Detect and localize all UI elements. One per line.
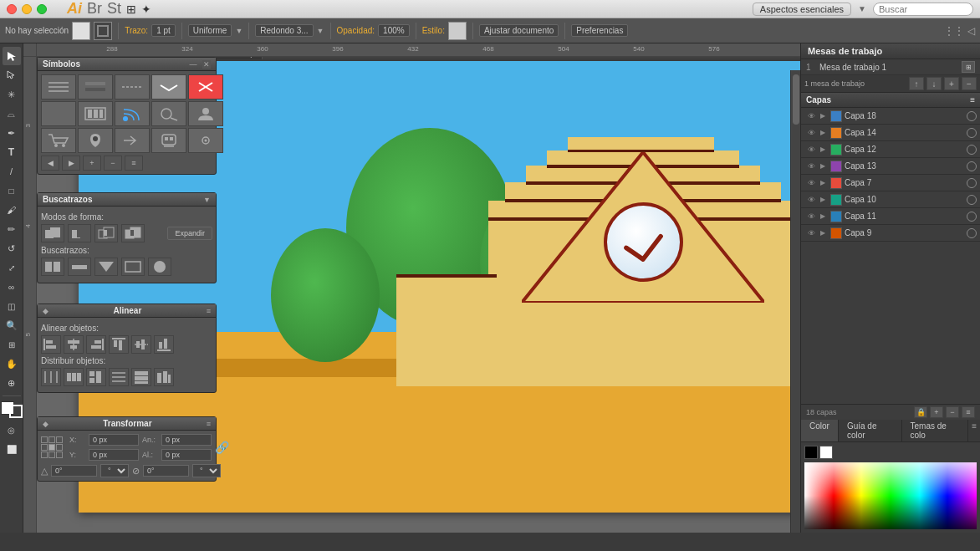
anchor-mc[interactable]: [48, 444, 55, 451]
busca-5-btn[interactable]: [148, 258, 171, 276]
shear-input[interactable]: [143, 465, 189, 477]
capas-options-icon[interactable]: ≡: [970, 95, 975, 105]
anchor-bc[interactable]: [48, 452, 55, 458]
symbol-lines[interactable]: [41, 74, 76, 99]
select-tool[interactable]: [3, 47, 21, 65]
transformar-menu-btn[interactable]: ≡: [207, 420, 211, 428]
capa-18-eye[interactable]: 👁: [804, 112, 818, 120]
dist-5-btn[interactable]: [131, 368, 151, 386]
symbol-train[interactable]: [151, 128, 186, 153]
dist-6-btn[interactable]: [154, 368, 174, 386]
align-left-btn[interactable]: [41, 335, 61, 354]
symbol-dotted[interactable]: [115, 74, 150, 99]
modo-intersect-btn[interactable]: [94, 224, 118, 242]
anchor-br[interactable]: [56, 452, 63, 458]
alinear-header[interactable]: ◆ Alinear ≡: [38, 304, 216, 318]
symbol-search[interactable]: [151, 101, 186, 126]
symbol-user[interactable]: [188, 101, 223, 126]
capa-row-10[interactable]: 👁 ▶ Capa 10: [801, 191, 980, 208]
style-swatch[interactable]: [448, 22, 467, 40]
opacity-value-btn[interactable]: 100%: [378, 24, 410, 37]
modo-minus-btn[interactable]: [68, 224, 91, 242]
capa-7-arrow[interactable]: ▶: [818, 179, 828, 186]
busca-2-btn[interactable]: [68, 258, 91, 276]
dist-3-btn[interactable]: [86, 368, 106, 386]
symbol-video[interactable]: [78, 101, 113, 126]
color-tab-themes[interactable]: Temas de colo: [902, 420, 969, 441]
simbolos-close-btn[interactable]: ✕: [202, 60, 211, 69]
capa-7-eye[interactable]: 👁: [804, 179, 818, 187]
capa-9-circle[interactable]: [967, 228, 977, 238]
align-middle-v-btn[interactable]: [131, 335, 151, 354]
modo-unite-btn[interactable]: [41, 224, 64, 242]
capas-add-btn[interactable]: +: [930, 406, 943, 418]
symbol-grid[interactable]: [41, 101, 76, 126]
y-input[interactable]: [89, 449, 139, 461]
anchor-tr[interactable]: [56, 436, 63, 443]
symbol-pin[interactable]: [78, 128, 113, 153]
capa-10-circle[interactable]: [967, 195, 977, 205]
symbol-rss[interactable]: [115, 101, 150, 126]
canvas-scrollbar-thumb[interactable]: [793, 74, 799, 125]
symbols-delete-btn[interactable]: −: [104, 156, 122, 171]
rectangle-tool[interactable]: □: [3, 181, 21, 200]
fill-swatch[interactable]: [72, 22, 90, 40]
capa-row-14[interactable]: 👁 ▶ Capa 14: [801, 125, 980, 141]
direct-select-tool[interactable]: [3, 66, 21, 84]
anchor-mr[interactable]: [56, 444, 63, 451]
capa-9-eye[interactable]: 👁: [804, 229, 818, 237]
mesas-down-btn[interactable]: ↓: [926, 77, 942, 90]
capa-14-eye[interactable]: 👁: [804, 129, 818, 137]
dist-2-btn[interactable]: [64, 368, 84, 386]
x-input[interactable]: [89, 434, 139, 446]
lasso-tool[interactable]: ⌓: [3, 105, 21, 123]
capa-13-eye[interactable]: 👁: [804, 162, 818, 171]
capa-11-circle[interactable]: [967, 212, 977, 222]
capa-row-7[interactable]: 👁 ▶ Capa 7: [801, 175, 980, 191]
align-right-btn[interactable]: [86, 335, 106, 354]
fullscreen-window-btn[interactable]: [37, 4, 47, 14]
busca-4-btn[interactable]: [121, 258, 145, 276]
trazo-value-btn[interactable]: 1 pt: [151, 24, 176, 37]
capa-14-circle[interactable]: [967, 128, 977, 138]
hand-tool[interactable]: ✋: [3, 355, 21, 373]
symbols-next-btn[interactable]: ▶: [62, 156, 80, 171]
dist-1-btn[interactable]: [41, 368, 61, 386]
capas-delete-btn[interactable]: −: [946, 406, 959, 418]
magic-wand-tool[interactable]: ✳: [3, 85, 21, 104]
capa-13-circle[interactable]: [967, 161, 977, 171]
alinear-menu-btn[interactable]: ≡: [207, 307, 211, 315]
minimize-window-btn[interactable]: [22, 4, 32, 14]
symbol-close[interactable]: [188, 74, 223, 99]
busca-1-btn[interactable]: [41, 258, 64, 276]
symbol-arrow[interactable]: [115, 128, 150, 153]
pen-tool[interactable]: ✒: [3, 124, 21, 142]
pencil-tool[interactable]: ✏: [3, 220, 21, 238]
buscatrazos-collapse-btn[interactable]: ▼: [203, 196, 211, 204]
capa-row-11[interactable]: 👁 ▶ Capa 11: [801, 208, 980, 225]
symbols-prev-btn[interactable]: ◀: [41, 156, 59, 171]
workspace-button[interactable]: Aspectos esenciales: [753, 3, 851, 16]
zoom-tool[interactable]: ⊕: [3, 374, 21, 392]
capa-14-arrow[interactable]: ▶: [818, 129, 828, 136]
rotate-tool[interactable]: ↺: [3, 239, 21, 258]
anchor-tl[interactable]: [41, 436, 48, 443]
capa-9-arrow[interactable]: ▶: [818, 229, 828, 237]
lock-icon[interactable]: 🔗: [215, 441, 229, 454]
mesas-up-btn[interactable]: ↑: [909, 77, 924, 90]
capa-12-eye[interactable]: 👁: [804, 145, 818, 154]
symbol-dropdown[interactable]: [151, 74, 186, 99]
mesa-icon-btn[interactable]: ⊞: [962, 61, 975, 73]
blend-tool[interactable]: ∞: [3, 278, 21, 296]
anchor-bl[interactable]: [41, 452, 48, 458]
align-top-btn[interactable]: [109, 335, 129, 354]
capa-7-circle[interactable]: [967, 178, 977, 188]
toolbar-options-icon[interactable]: ⋮⋮: [944, 25, 964, 37]
artboard-tool[interactable]: ⊞: [3, 335, 21, 354]
color-tab-color[interactable]: Color: [801, 420, 839, 441]
stroke-btn[interactable]: [9, 405, 23, 418]
line-style-btn[interactable]: Uniforme: [188, 24, 232, 37]
capa-13-arrow[interactable]: ▶: [818, 162, 828, 170]
eyedropper-tool[interactable]: 🔍: [3, 316, 21, 334]
preferencias-btn[interactable]: Preferencias: [571, 24, 628, 37]
